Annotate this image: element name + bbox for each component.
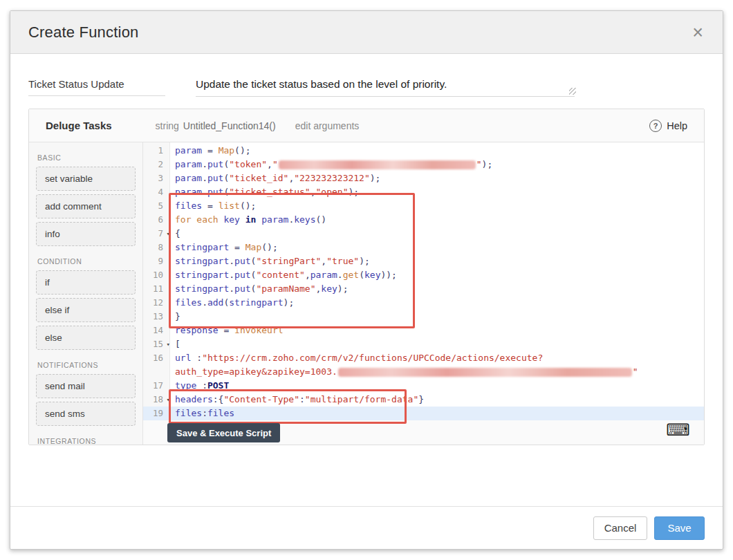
line-number [143, 365, 169, 379]
task-button-send-sms[interactable]: send sms [36, 402, 136, 426]
code-line[interactable]: 8stringpart = Map(); [143, 241, 704, 254]
function-signature-name: Untitled_Function14() [183, 120, 276, 131]
create-function-dialog: Create Function × Update the ticket stat… [10, 10, 723, 550]
function-return-type: string [156, 120, 179, 131]
code-text: { [169, 227, 180, 241]
task-button-send-mail[interactable]: send mail [36, 374, 136, 398]
deluge-tasks-title: Deluge Tasks [46, 120, 112, 131]
code-text: for each key in param.keys() [169, 213, 326, 227]
code-text: type :POST [169, 379, 229, 393]
code-line[interactable]: 14response = invokeurl [143, 324, 704, 337]
code-line[interactable]: 2param.put("token",""); [143, 158, 704, 171]
code-line[interactable]: 15▾[ [143, 337, 704, 351]
code-text: } [169, 310, 180, 324]
line-number: 19 [143, 407, 169, 420]
code-line[interactable]: 11stringpart.put("paramName",key); [143, 282, 704, 296]
code-line[interactable]: 9stringpart.put("stringPart","true"); [143, 254, 704, 268]
code-text: param.put("ticket_id","223232323212"); [169, 171, 380, 185]
function-description-field[interactable]: Update the ticket status based on the le… [196, 77, 575, 97]
code-line[interactable]: 3param.put("ticket_id","223232323212"); [143, 171, 704, 185]
code-line[interactable]: 4param.put("ticket_status","open"); [143, 185, 704, 199]
dialog-header: Create Function × [10, 11, 723, 54]
code-line[interactable]: 13} [143, 310, 704, 324]
script-editor[interactable]: 1param = Map();2param.put("token","");3p… [143, 142, 704, 445]
function-signature: stringUntitled_Function14() [156, 120, 276, 131]
resize-handle-icon[interactable] [569, 88, 576, 95]
code-text: stringpart = Map(); [169, 241, 278, 254]
line-number: 5 [143, 199, 169, 213]
line-number: 17 [143, 379, 169, 393]
code-line[interactable]: auth_type=apikey&zapikey=1003." [143, 365, 704, 379]
code-text: stringpart.put("stringPart","true"); [169, 254, 370, 268]
keyboard-shortcuts-icon[interactable]: ⌨ [666, 422, 690, 438]
edit-arguments-link[interactable]: edit arguments [295, 120, 360, 131]
code-text: files = list(); [169, 199, 256, 213]
line-number: 16 [143, 351, 169, 365]
help-button[interactable]: ? Help [649, 120, 687, 132]
task-button-add-comment[interactable]: add comment [36, 194, 136, 218]
task-button-info[interactable]: info [36, 222, 136, 246]
dialog-body: Update the ticket status based on the le… [10, 54, 723, 506]
line-number: 2 [143, 158, 169, 171]
code-line[interactable]: 19files:files [143, 407, 704, 420]
line-number: 8 [143, 241, 169, 254]
code-text: stringpart.put("content",param.get(key))… [169, 268, 397, 282]
cancel-button[interactable]: Cancel [593, 516, 647, 540]
line-number: 11 [143, 282, 169, 296]
sidebar-section-label: BASIC [37, 153, 142, 162]
code-text: param.put("ticket_status","open"); [169, 185, 359, 199]
line-number: 9 [143, 254, 169, 268]
code-line[interactable]: 17type :POST [143, 379, 704, 393]
deluge-panel-header: Deluge Tasks stringUntitled_Function14()… [29, 109, 704, 142]
code-line[interactable]: 7▾{ [143, 227, 704, 241]
fold-arrow-icon[interactable]: ▾ [167, 227, 170, 241]
code-text: response = invokeurl [169, 324, 284, 337]
line-number: 7▾ [143, 227, 169, 241]
line-number: 3 [143, 171, 169, 185]
code-text: [ [169, 337, 180, 351]
sidebar-section-label: INTEGRATIONS [37, 437, 142, 445]
code-line[interactable]: 16url :"https://crm.zoho.com/crm/v2/func… [143, 351, 704, 365]
code-text: param = Map(); [169, 144, 251, 158]
help-icon: ? [649, 120, 662, 132]
line-number: 18▾ [143, 393, 169, 407]
close-icon[interactable]: × [692, 23, 703, 41]
redacted-text [338, 368, 632, 377]
code-line[interactable]: 10stringpart.put("content",param.get(key… [143, 268, 704, 282]
code-text: headers:{"Content-Type":"multipart/form-… [169, 393, 424, 407]
help-label: Help [667, 120, 687, 131]
fold-arrow-icon[interactable]: ▾ [167, 393, 170, 407]
function-description-text: Update the ticket status based on the le… [196, 78, 575, 91]
code-line[interactable]: 18▾headers:{"Content-Type":"multipart/fo… [143, 393, 704, 407]
line-number: 15▾ [143, 337, 169, 351]
task-button-set-variable[interactable]: set variable [36, 167, 136, 191]
task-button-else-if[interactable]: else if [36, 298, 136, 322]
save-execute-script-button[interactable]: Save & Execute Script [167, 423, 280, 442]
fold-arrow-icon[interactable]: ▾ [167, 337, 170, 351]
function-fields: Update the ticket status based on the le… [28, 77, 705, 97]
code-text: param.put("token",""); [169, 158, 492, 171]
function-name-input[interactable] [28, 77, 165, 96]
code-line[interactable]: 1param = Map(); [143, 144, 704, 158]
code-text: auth_type=apikey&zapikey=1003." [169, 365, 638, 379]
line-number: 13 [143, 310, 169, 324]
line-number: 12 [143, 296, 169, 310]
task-button-else[interactable]: else [36, 326, 136, 350]
code-text: files:files [169, 407, 234, 420]
line-number: 10 [143, 268, 169, 282]
deluge-panel-content: BASICset variableadd commentinfoCONDITIO… [29, 142, 704, 445]
code-line[interactable]: 5files = list(); [143, 199, 704, 213]
code-lines: 1param = Map();2param.put("token","");3p… [143, 142, 704, 420]
task-sidebar: BASICset variableadd commentinfoCONDITIO… [29, 142, 143, 445]
sidebar-section-label: CONDITION [37, 257, 142, 265]
code-line[interactable]: 12files.add(stringpart); [143, 296, 704, 310]
save-button[interactable]: Save [654, 516, 705, 540]
code-text: stringpart.put("paramName",key); [169, 282, 348, 296]
dialog-footer: Cancel Save [10, 506, 723, 549]
line-number: 6 [143, 213, 169, 227]
code-text: files.add(stringpart); [169, 296, 294, 310]
line-number: 4 [143, 185, 169, 199]
deluge-tasks-panel: Deluge Tasks stringUntitled_Function14()… [28, 109, 705, 445]
code-line[interactable]: 6for each key in param.keys() [143, 213, 704, 227]
task-button-if[interactable]: if [36, 270, 136, 295]
